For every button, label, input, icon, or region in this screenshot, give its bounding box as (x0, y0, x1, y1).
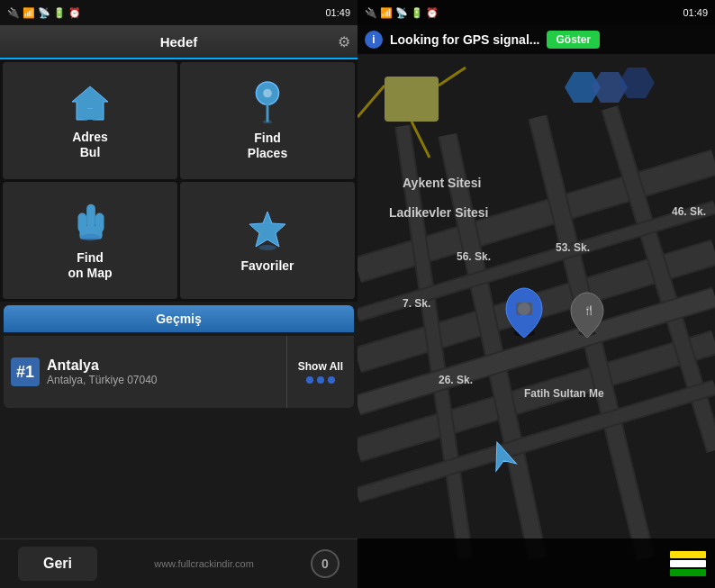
history-content: #1 Antalya Antalya, Türkiye 07040 Show A… (4, 336, 354, 408)
svg-point-5 (263, 121, 272, 124)
grid-container: Adres Bul Find Places Find on Map (0, 59, 358, 302)
svg-text:🍴: 🍴 (584, 304, 595, 316)
bottom-bar-left: Geri www.fullcrackindir.com 0 (0, 538, 358, 588)
show-all-button[interactable]: Show All (286, 336, 354, 408)
favoriler-label: Favoriler (240, 258, 294, 274)
show-all-dots (306, 376, 335, 384)
watermark: www.fullcrackindir.com (154, 558, 254, 569)
bottom-bar-right (358, 538, 715, 588)
adres-bul-label: Adres Bul (72, 130, 108, 160)
zero-badge: 0 (311, 549, 339, 578)
wifi-icon-right: 📶 (380, 7, 393, 19)
flag-icon (670, 551, 706, 576)
finger-icon (70, 200, 111, 243)
dot-2 (317, 376, 324, 384)
favoriler-button[interactable]: Favoriler (180, 182, 355, 299)
map-label-ladikevier: Ladikevler Sitesi (389, 205, 489, 220)
svg-point-12 (258, 245, 276, 250)
map-label-sk53: 53. Sk. (556, 241, 590, 254)
gps-bar: i Looking for GPS signal... Göster (358, 25, 715, 54)
find-on-map-button[interactable]: Find on Map (3, 182, 177, 299)
status-icons-right: 🔌 📶 📡 🔋 ⏰ (365, 7, 439, 19)
goster-button[interactable]: Göster (547, 31, 600, 49)
signal-icon-right: 📡 (395, 7, 408, 19)
map-label-aykent: Aykent Sitesi (403, 176, 481, 190)
header-title: Hedef (160, 34, 198, 50)
alarm-icon-right: ⏰ (426, 7, 439, 19)
header-bar: Hedef ⚙ (0, 25, 358, 59)
map-label-fatih: Fatih Sultan Me (524, 387, 604, 400)
signal-icon: 📡 (38, 7, 50, 19)
find-places-label: Find Places (248, 131, 287, 161)
map-canvas[interactable]: 🍴 (358, 0, 715, 588)
svg-marker-11 (249, 212, 285, 247)
dot-3 (328, 376, 335, 384)
map-label-sk26: 26. Sk. (439, 374, 473, 386)
back-button[interactable]: Geri (18, 547, 97, 581)
gps-text: Looking for GPS signal... (390, 32, 539, 47)
map-label-sk46: 46. Sk. (672, 205, 706, 218)
usb-icon-right: 🔌 (365, 7, 377, 19)
svg-rect-40 (516, 303, 532, 315)
status-bar-right: 🔌 📶 📡 🔋 ⏰ 01:49 (358, 0, 715, 25)
svg-rect-1 (84, 109, 96, 120)
history-item[interactable]: #1 Antalya Antalya, Türkiye 07040 (4, 336, 286, 408)
dot-1 (306, 376, 313, 384)
history-rank: #1 (11, 357, 40, 386)
history-info: Antalya Antalya, Türkiye 07040 (47, 357, 279, 386)
flag-stripe-3 (670, 569, 706, 576)
find-places-button[interactable]: Find Places (180, 62, 355, 179)
left-panel: 🔌 📶 📡 🔋 ⏰ 01:49 Hedef ⚙ Adres Bul (0, 0, 358, 588)
flag-stripe-2 (670, 560, 706, 567)
adres-bul-button[interactable]: Adres Bul (3, 62, 177, 179)
settings-icon[interactable]: ⚙ (338, 33, 350, 50)
map-label-sk7: 7. Sk. (403, 297, 430, 310)
header-icons: ⚙ (338, 33, 350, 50)
show-all-label: Show All (298, 360, 343, 373)
svg-rect-34 (385, 77, 439, 122)
history-section: Geçmiş #1 Antalya Antalya, Türkiye 07040… (0, 302, 358, 538)
status-bar-left: 🔌 📶 📡 🔋 ⏰ 01:49 (0, 0, 358, 25)
status-icons-left: 🔌 📶 📡 🔋 ⏰ (7, 7, 81, 19)
battery-icon: 🔋 (53, 7, 66, 19)
pin-icon (254, 80, 281, 123)
alarm-icon: ⏰ (68, 7, 81, 19)
usb-icon: 🔌 (7, 7, 20, 19)
wifi-icon: 📶 (23, 7, 35, 19)
time-right: 01:49 (683, 7, 708, 18)
history-city: Antalya (47, 357, 279, 374)
history-title: Geçmiş (156, 312, 202, 326)
svg-point-3 (263, 89, 272, 98)
history-header: Geçmiş (4, 305, 354, 332)
map-label-sk56: 56. Sk. (457, 250, 491, 263)
find-on-map-label: Find on Map (68, 250, 113, 281)
svg-point-10 (79, 234, 100, 241)
svg-rect-6 (86, 204, 95, 229)
star-icon (246, 208, 289, 251)
flag-stripe-1 (670, 551, 706, 558)
battery-icon-right: 🔋 (411, 7, 423, 19)
house-icon (68, 82, 113, 122)
history-detail: Antalya, Türkiye 07040 (47, 374, 279, 386)
info-icon: i (365, 31, 383, 49)
right-panel: 🍴 🔌 📶 📡 🔋 ⏰ 01:49 i Looking for GPS sign… (358, 0, 715, 588)
time-left: 01:49 (325, 7, 350, 18)
